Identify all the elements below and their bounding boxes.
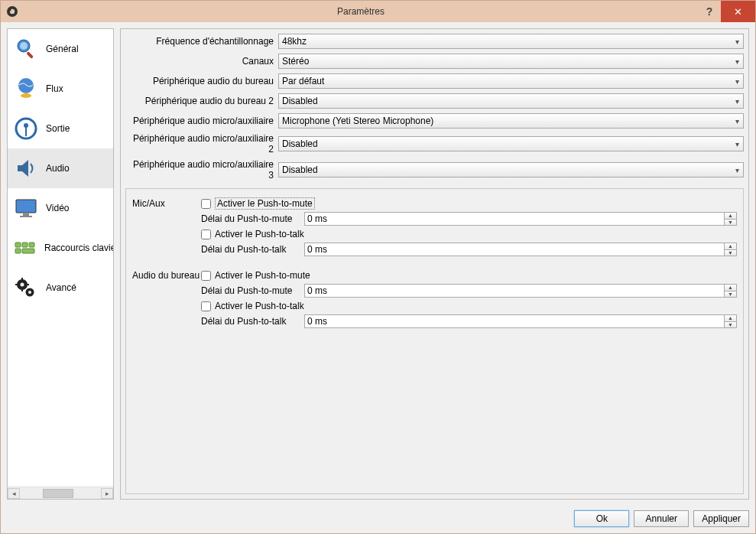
- sidebar-item-hotkeys[interactable]: Raccourcis clavier: [8, 228, 113, 268]
- spin-up-icon[interactable]: ▲: [724, 315, 736, 322]
- spin-down-icon[interactable]: ▼: [724, 220, 736, 226]
- content-panel: Fréquence d'échantillonnage 48khz Canaux…: [120, 28, 749, 500]
- desktop-ptt-checkbox[interactable]: [201, 301, 211, 311]
- spin-down-icon[interactable]: ▼: [724, 250, 736, 256]
- desktop-ptm-delay-label: Délai du Push-to-mute: [201, 285, 304, 296]
- micaux-ptm-row: Activer le Push-to-mute: [201, 197, 737, 210]
- spinner-value: 0 ms: [307, 244, 327, 255]
- row-micaux-2: Périphérique audio micro/auxiliaire 2 Di…: [125, 133, 744, 155]
- spinner-buttons[interactable]: ▲▼: [724, 285, 736, 297]
- combo-channels[interactable]: Stéréo: [278, 54, 744, 69]
- micaux-ptt-delay-row: Délai du Push-to-talk 0 ms ▲▼: [201, 242, 737, 257]
- sidebar-item-label: Raccourcis clavier: [44, 243, 113, 253]
- combo-desktop-audio-1[interactable]: Par défaut: [278, 73, 744, 89]
- desktop-ptm-label: Activer le Push-to-mute: [215, 270, 310, 281]
- row-micaux-1: Périphérique audio micro/auxiliaire Micr…: [125, 113, 744, 129]
- scroll-right-arrow[interactable]: ▸: [101, 488, 113, 499]
- combo-value: Microphone (Yeti Stereo Microphone): [282, 116, 433, 126]
- section-micaux-body: Activer le Push-to-mute Délai du Push-to…: [201, 197, 737, 258]
- audio-device-rows: Fréquence d'échantillonnage 48khz Canaux…: [125, 34, 744, 185]
- desktop-ptt-label: Activer le Push-to-talk: [215, 301, 304, 311]
- sidebar-item-label: Flux: [46, 83, 63, 94]
- sidebar-item-audio[interactable]: Audio: [8, 148, 113, 188]
- spin-up-icon[interactable]: ▲: [724, 213, 736, 220]
- svg-point-26: [28, 291, 31, 294]
- spinner-buttons[interactable]: ▲▼: [724, 243, 736, 256]
- nav-list: Général Flux: [8, 29, 113, 487]
- svg-rect-18: [22, 249, 34, 253]
- label-micaux-2: Périphérique audio micro/auxiliaire 2: [125, 133, 278, 155]
- section-desktop-body: Activer le Push-to-mute Délai du Push-to…: [201, 269, 737, 330]
- sidebar-item-output[interactable]: Sortie: [8, 109, 113, 148]
- spin-down-icon[interactable]: ▼: [724, 322, 736, 328]
- main-area: Général Flux: [1, 22, 755, 506]
- svg-rect-23: [15, 284, 18, 285]
- combo-sample-rate[interactable]: 48khz: [278, 34, 744, 49]
- combo-desktop-audio-2[interactable]: Disabled: [278, 93, 744, 109]
- apply-button[interactable]: Appliquer: [693, 510, 749, 527]
- spinner-buttons[interactable]: ▲▼: [724, 315, 736, 327]
- combo-micaux-3[interactable]: Disabled: [278, 162, 744, 177]
- sidebar: Général Flux: [7, 28, 114, 500]
- micaux-ptt-delay-spinner[interactable]: 0 ms ▲▼: [304, 243, 737, 256]
- cancel-button[interactable]: Annuler: [634, 510, 689, 527]
- spinner-buttons[interactable]: ▲▼: [724, 213, 736, 225]
- spin-down-icon[interactable]: ▼: [724, 291, 736, 298]
- svg-rect-16: [29, 243, 34, 247]
- titlebar: Paramètres ? ✕: [1, 1, 755, 22]
- micaux-ptt-row: Activer le Push-to-talk: [201, 227, 737, 241]
- wrench-icon: [12, 35, 40, 63]
- sidebar-item-video[interactable]: Vidéo: [8, 188, 113, 228]
- svg-rect-14: [15, 243, 21, 247]
- micaux-ptm-checkbox[interactable]: [201, 199, 211, 209]
- help-button[interactable]: ?: [698, 1, 721, 22]
- section-micaux: Mic/Aux Activer le Push-to-mute Délai du…: [132, 197, 737, 258]
- app-icon: [5, 5, 19, 18]
- row-sample-rate: Fréquence d'échantillonnage 48khz: [125, 34, 744, 49]
- spin-up-icon[interactable]: ▲: [724, 285, 736, 291]
- desktop-ptm-row: Activer le Push-to-mute: [201, 269, 737, 282]
- ok-button[interactable]: Ok: [574, 510, 629, 527]
- globe-icon: [12, 75, 40, 103]
- label-desktop-audio-1: Périphérique audio du bureau: [125, 76, 278, 86]
- scroll-left-arrow[interactable]: ◂: [8, 488, 20, 499]
- scroll-track[interactable]: [20, 488, 101, 499]
- sidebar-item-label: Sortie: [46, 123, 70, 134]
- desktop-ptm-delay-row: Délai du Push-to-mute 0 ms ▲▼: [201, 283, 737, 298]
- sidebar-item-advanced[interactable]: Avancé: [8, 268, 113, 308]
- micaux-ptt-checkbox[interactable]: [201, 230, 211, 239]
- label-micaux-3: Périphérique audio micro/auxiliaire 3: [125, 159, 278, 181]
- dialog-footer: Ok Annuler Appliquer: [1, 506, 755, 533]
- label-sample-rate: Fréquence d'échantillonnage: [125, 36, 278, 47]
- combo-micaux-2[interactable]: Disabled: [278, 136, 744, 151]
- desktop-ptm-delay-spinner[interactable]: 0 ms ▲▼: [304, 284, 737, 298]
- combo-value: Par défaut: [282, 76, 324, 86]
- desktop-ptm-checkbox[interactable]: [201, 271, 211, 281]
- micaux-ptm-delay-row: Délai du Push-to-mute 0 ms ▲▼: [201, 211, 737, 226]
- svg-rect-11: [16, 200, 36, 213]
- keyboard-icon: [12, 234, 38, 262]
- spin-up-icon[interactable]: ▲: [724, 243, 736, 250]
- spinner-value: 0 ms: [307, 285, 327, 296]
- micaux-ptm-delay-spinner[interactable]: 0 ms ▲▼: [304, 212, 737, 226]
- desktop-ptt-delay-spinner[interactable]: 0 ms ▲▼: [304, 314, 737, 328]
- scroll-thumb[interactable]: [43, 489, 73, 498]
- svg-rect-15: [22, 243, 28, 247]
- label-channels: Canaux: [125, 56, 278, 67]
- sidebar-item-stream[interactable]: Flux: [8, 69, 113, 109]
- close-button[interactable]: ✕: [721, 1, 755, 22]
- combo-value: 48khz: [282, 36, 307, 47]
- svg-rect-13: [20, 216, 32, 217]
- combo-value: Stéréo: [282, 56, 309, 67]
- svg-rect-24: [26, 284, 29, 285]
- micaux-ptm-label: Activer le Push-to-mute: [215, 197, 315, 210]
- svg-point-2: [9, 9, 11, 11]
- svg-point-7: [21, 93, 31, 98]
- sidebar-scrollbar[interactable]: ◂ ▸: [8, 487, 113, 499]
- sidebar-item-general[interactable]: Général: [8, 29, 113, 69]
- combo-micaux-1[interactable]: Microphone (Yeti Stereo Microphone): [278, 113, 744, 129]
- sidebar-item-label: Audio: [46, 163, 70, 174]
- row-micaux-3: Périphérique audio micro/auxiliaire 3 Di…: [125, 159, 744, 181]
- window-title: Paramètres: [24, 6, 698, 17]
- spinner-value: 0 ms: [307, 213, 327, 224]
